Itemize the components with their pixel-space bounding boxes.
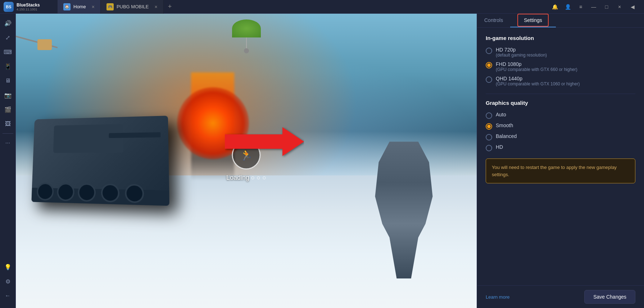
graphics-smooth-radio-dot <box>487 125 491 128</box>
sidebar-bottom: 💡 ⚙ ← <box>1 260 14 305</box>
graphics-section-title: Graphics quality <box>486 100 635 106</box>
sidebar: 🔊 ⤢ ⌨ 📱 🖥 📷 🎬 🖼 ··· 💡 ⚙ ← <box>0 14 16 308</box>
dots-sidebar-icon[interactable]: ··· <box>1 137 14 149</box>
back-button[interactable]: ◀ <box>627 3 638 11</box>
loading-text: Loading <box>226 174 249 181</box>
menu-button[interactable]: ≡ <box>575 3 586 11</box>
parachute <box>232 19 261 53</box>
graphics-hd-option[interactable]: HD <box>486 144 635 151</box>
close-button[interactable]: × <box>614 3 625 11</box>
maximize-button[interactable]: □ <box>601 3 612 11</box>
game-tab-close[interactable]: × <box>154 4 157 10</box>
game-area: 🏃 Loading ○ ○ ○ <box>16 14 477 308</box>
gear-sidebar-icon[interactable]: ⚙ <box>1 275 14 288</box>
section-separator <box>486 94 635 94</box>
bulb-sidebar-icon[interactable]: 💡 <box>1 260 14 273</box>
loading-dots: ○ ○ ○ <box>251 174 266 181</box>
tank-barrel <box>109 132 161 138</box>
graphics-smooth-radio[interactable] <box>486 123 492 130</box>
settings-content: In-game resolution HD 720p (default gami… <box>477 28 644 285</box>
sidebar-divider <box>3 133 13 134</box>
home-tab[interactable]: 🏠 Home × <box>58 0 101 14</box>
app-name: BlueStacks <box>17 3 40 8</box>
back-sidebar-icon[interactable]: ← <box>1 289 14 302</box>
resolution-fhd1080-labels: FHD 1080p (GPU comparable with GTX 660 o… <box>496 61 577 72</box>
graphics-auto-option[interactable]: Auto <box>486 112 635 119</box>
settings-panel: Controls Settings In-game resolution HD … <box>477 14 644 308</box>
warning-text: You will need to restart the game to app… <box>492 164 629 178</box>
resolution-fhd1080-radio-dot <box>487 63 491 67</box>
resolution-fhd1080-radio[interactable] <box>486 62 492 68</box>
loading-icon: 🏃 <box>240 149 253 161</box>
game-tab-icon: 🎮 <box>106 3 114 10</box>
titlebar: BS BlueStacks 4.150.11.1001 🏠 Home × 🎮 P… <box>0 0 644 14</box>
learn-more-link[interactable]: Learn more <box>486 294 509 300</box>
expand-sidebar-icon[interactable]: ⤢ <box>1 31 14 44</box>
app-version: 4.150.11.1001 <box>17 8 40 11</box>
controls-tab[interactable]: Controls <box>477 14 510 27</box>
notification-button[interactable]: 🔔 <box>549 3 561 11</box>
app-info: BlueStacks 4.150.11.1001 <box>17 3 40 11</box>
resolution-fhd1080-option[interactable]: FHD 1080p (GPU comparable with GTX 660 o… <box>486 61 635 72</box>
account-button[interactable]: 👤 <box>562 3 573 11</box>
cable-car <box>16 28 59 72</box>
resolution-qhd1440-sublabel: (GPU comparable with GTX 1060 or higher) <box>496 81 580 86</box>
graphics-auto-radio[interactable] <box>486 112 492 119</box>
loading-overlay: 🏃 Loading ○ ○ ○ <box>226 140 266 181</box>
home-tab-label: Home <box>73 4 86 9</box>
resolution-section-title: In-game resolution <box>486 35 635 41</box>
resolution-hd720-labels: HD 720p (default gaming resolution) <box>496 47 547 58</box>
resolution-hd720-radio[interactable] <box>486 48 492 54</box>
keyboard-sidebar-icon[interactable]: ⌨ <box>1 45 14 58</box>
graphics-auto-label: Auto <box>496 112 506 117</box>
app-logo: BS BlueStacks 4.150.11.1001 <box>0 2 58 12</box>
graphics-balanced-option[interactable]: Balanced <box>486 133 635 140</box>
settings-tab[interactable]: Settings <box>510 14 556 27</box>
graphics-balanced-label: Balanced <box>496 133 517 139</box>
loading-label-row: Loading ○ ○ ○ <box>226 174 266 181</box>
settings-tabs: Controls Settings <box>477 14 644 28</box>
graphics-smooth-label: Smooth <box>496 122 513 128</box>
resolution-fhd1080-sublabel: (GPU comparable with GTX 660 or higher) <box>496 67 577 72</box>
save-changes-button[interactable]: Save Changes <box>584 290 635 304</box>
settings-tab-label: Settings <box>517 14 549 27</box>
soldier-figure <box>368 142 440 278</box>
bluestacks-logo-icon: BS <box>4 2 14 12</box>
graphics-smooth-option[interactable]: Smooth <box>486 122 635 130</box>
resolution-qhd1440-radio[interactable] <box>486 76 492 83</box>
resolution-options: HD 720p (default gaming resolution) FHD … <box>486 47 635 86</box>
graphics-hd-radio[interactable] <box>486 145 492 151</box>
game-tab[interactable]: 🎮 PUBG MOBILE × <box>101 0 164 14</box>
loading-circle: 🏃 <box>232 140 261 169</box>
tank <box>32 116 170 206</box>
main-layout: 🔊 ⤢ ⌨ 📱 🖥 📷 🎬 🖼 ··· 💡 ⚙ ← <box>0 14 644 308</box>
resolution-hd720-label: HD 720p <box>496 47 547 53</box>
monitor-sidebar-icon[interactable]: 🖥 <box>1 74 14 87</box>
resolution-hd720-sublabel: (default gaming resolution) <box>496 53 547 58</box>
window-controls: 🔔 👤 ≡ — □ × ◀ <box>549 3 644 11</box>
camera-sidebar-icon[interactable]: 📷 <box>1 89 14 102</box>
resolution-qhd1440-labels: QHD 1440p (GPU comparable with GTX 1060 … <box>496 76 580 86</box>
controls-tab-label: Controls <box>484 17 503 23</box>
resolution-qhd1440-label: QHD 1440p <box>496 76 580 81</box>
home-tab-close[interactable]: × <box>92 4 95 10</box>
graphics-options: Auto Smooth Balanced HD <box>486 112 635 151</box>
volume-sidebar-icon[interactable]: 🔊 <box>1 17 14 30</box>
game-tab-label: PUBG MOBILE <box>117 4 149 9</box>
resolution-qhd1440-option[interactable]: QHD 1440p (GPU comparable with GTX 1060 … <box>486 76 635 86</box>
minimize-button[interactable]: — <box>588 3 599 11</box>
warning-box: You will need to restart the game to app… <box>486 159 635 183</box>
gallery-sidebar-icon[interactable]: 🖼 <box>1 117 14 130</box>
resolution-hd720-option[interactable]: HD 720p (default gaming resolution) <box>486 47 635 58</box>
add-tab-button[interactable]: + <box>164 3 176 10</box>
tank-turret <box>53 124 123 153</box>
graphics-hd-label: HD <box>496 144 503 150</box>
phone-sidebar-icon[interactable]: 📱 <box>1 60 14 73</box>
graphics-balanced-radio[interactable] <box>486 134 492 140</box>
video-sidebar-icon[interactable]: 🎬 <box>1 103 14 116</box>
resolution-fhd1080-label: FHD 1080p <box>496 61 577 67</box>
settings-footer: Learn more Save Changes <box>477 285 644 308</box>
home-tab-icon: 🏠 <box>63 3 71 10</box>
